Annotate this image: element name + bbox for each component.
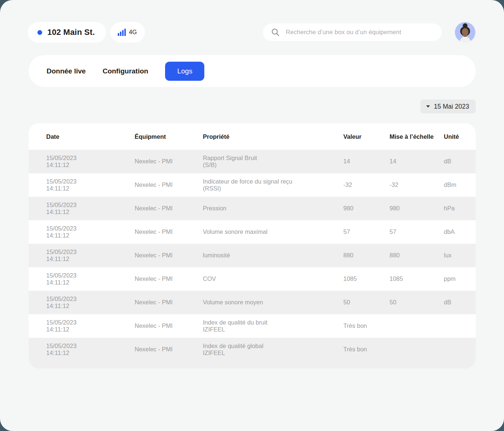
column-header-value: Valeur <box>343 133 390 140</box>
location-label: 102 Main St. <box>47 28 95 37</box>
log-unit: dB <box>444 299 476 306</box>
user-avatar[interactable] <box>455 22 475 43</box>
table-body: 15/05/2023 14:11:12 Nexelec - PMI Rappor… <box>29 150 476 369</box>
chevron-down-icon <box>426 105 430 108</box>
log-scaled-value: -32 <box>390 181 444 189</box>
log-date: 15/05/2023 14:11:12 <box>46 225 135 239</box>
log-equipment: Nexelec - PMI <box>135 346 203 353</box>
log-unit: dB <box>444 158 476 165</box>
log-unit: ppm <box>444 275 476 283</box>
log-property: Pression <box>203 205 343 212</box>
status-dot-icon <box>37 30 42 35</box>
log-equipment: Nexelec - PMI <box>135 299 203 306</box>
log-equipment: Nexelec - PMI <box>135 181 203 189</box>
table-row: 15/05/2023 14:11:12 Nexelec - PMI Pressi… <box>29 197 476 220</box>
log-unit: dbA <box>444 228 476 236</box>
log-value: Très bon <box>343 346 390 353</box>
tab-configuration[interactable]: Configuration <box>103 67 149 75</box>
log-date: 15/05/2023 14:11:12 <box>46 249 135 263</box>
log-value: -32 <box>343 181 390 189</box>
column-header-unit: Unité <box>444 133 476 140</box>
log-date: 15/05/2023 14:11:12 <box>46 296 135 310</box>
log-unit: lux <box>444 252 476 259</box>
log-property: COV <box>203 275 343 283</box>
app-panel: 102 Main St. 4G <box>0 0 504 431</box>
log-value: Très bon <box>343 322 390 330</box>
tab-bar: Donnée live Configuration Logs <box>29 55 476 87</box>
column-header-equipment: Équipment <box>135 133 203 140</box>
column-header-scaled: Mise à l’échelle <box>390 133 444 140</box>
date-filter-dropdown[interactable]: 15 Mai 2023 <box>420 99 476 113</box>
log-scaled-value: 57 <box>390 228 444 236</box>
table-row: 15/05/2023 14:11:12 Nexelec - PMI Rappor… <box>29 150 476 173</box>
avatar-image <box>455 22 475 43</box>
log-scaled-value: 980 <box>390 205 444 212</box>
log-date: 15/05/2023 14:11:12 <box>46 155 135 169</box>
table-row: 15/05/2023 14:11:12 Nexelec - PMI lumino… <box>29 244 476 267</box>
tab-donnee-live[interactable]: Donnée live <box>47 67 86 75</box>
log-property: Volume sonore maximal <box>203 228 343 236</box>
search-bar[interactable] <box>263 23 442 41</box>
log-unit: dBm <box>444 181 476 189</box>
log-equipment: Nexelec - PMI <box>135 252 203 259</box>
log-property: Indicateur de force du signal reçu (RSSI… <box>203 178 343 192</box>
table-row: 15/05/2023 14:11:12 Nexelec - PMI Indica… <box>29 173 476 197</box>
table-row: 15/05/2023 14:11:12 Nexelec - PMI COV 10… <box>29 267 476 291</box>
column-header-property: Propriété <box>203 133 343 140</box>
log-equipment: Nexelec - PMI <box>135 205 203 212</box>
network-label: 4G <box>129 29 137 36</box>
log-value: 1085 <box>343 275 390 283</box>
log-value: 57 <box>343 228 390 236</box>
log-date: 15/05/2023 14:11:12 <box>46 319 135 333</box>
search-icon <box>271 28 280 37</box>
network-status-pill[interactable]: 4G <box>110 22 145 43</box>
log-value: 880 <box>343 252 390 259</box>
log-scaled-value: 1085 <box>390 275 444 283</box>
tab-logs[interactable]: Logs <box>165 62 204 81</box>
logs-table: Date Équipment Propriété Valeur Mise à l… <box>29 123 476 369</box>
log-equipment: Nexelec - PMI <box>135 322 203 330</box>
log-scaled-value: 880 <box>390 252 444 259</box>
filter-row: 15 Mai 2023 <box>29 99 476 113</box>
log-property: Index de qualité du bruit IZIFEEL <box>203 319 343 333</box>
search-input[interactable] <box>286 29 434 36</box>
table-row: 15/05/2023 14:11:12 Nexelec - PMI Volume… <box>29 291 476 314</box>
log-equipment: Nexelec - PMI <box>135 158 203 165</box>
log-scaled-value: 14 <box>390 158 444 165</box>
log-scaled-value: 50 <box>390 299 444 306</box>
log-unit: hPa <box>444 205 476 212</box>
log-date: 15/05/2023 14:11:12 <box>46 272 135 286</box>
log-date: 15/05/2023 14:11:12 <box>46 202 135 216</box>
log-property: Volume sonore moyen <box>203 299 343 306</box>
log-date: 15/05/2023 14:11:12 <box>46 343 135 357</box>
table-header-row: Date Équipment Propriété Valeur Mise à l… <box>29 123 476 150</box>
top-bar: 102 Main St. 4G <box>0 0 504 43</box>
log-value: 14 <box>343 158 390 165</box>
location-pill[interactable]: 102 Main St. <box>28 22 106 43</box>
table-row: 15/05/2023 14:11:12 Nexelec - PMI Index … <box>29 314 476 338</box>
log-property: Rapport Signal Bruit (S/B) <box>203 155 343 169</box>
table-row: 15/05/2023 14:11:12 Nexelec - PMI Volume… <box>29 220 476 244</box>
log-property: luminosité <box>203 252 343 259</box>
table-row: 15/05/2023 14:11:12 Nexelec - PMI Index … <box>29 338 476 369</box>
signal-bars-icon <box>118 29 126 36</box>
log-value: 980 <box>343 205 390 212</box>
log-property: Index de qualité global IZIFEEL <box>203 343 343 357</box>
log-date: 15/05/2023 14:11:12 <box>46 178 135 192</box>
date-filter-label: 15 Mai 2023 <box>434 103 469 111</box>
column-header-date: Date <box>46 133 135 140</box>
log-equipment: Nexelec - PMI <box>135 275 203 283</box>
log-equipment: Nexelec - PMI <box>135 228 203 236</box>
log-value: 50 <box>343 299 390 306</box>
